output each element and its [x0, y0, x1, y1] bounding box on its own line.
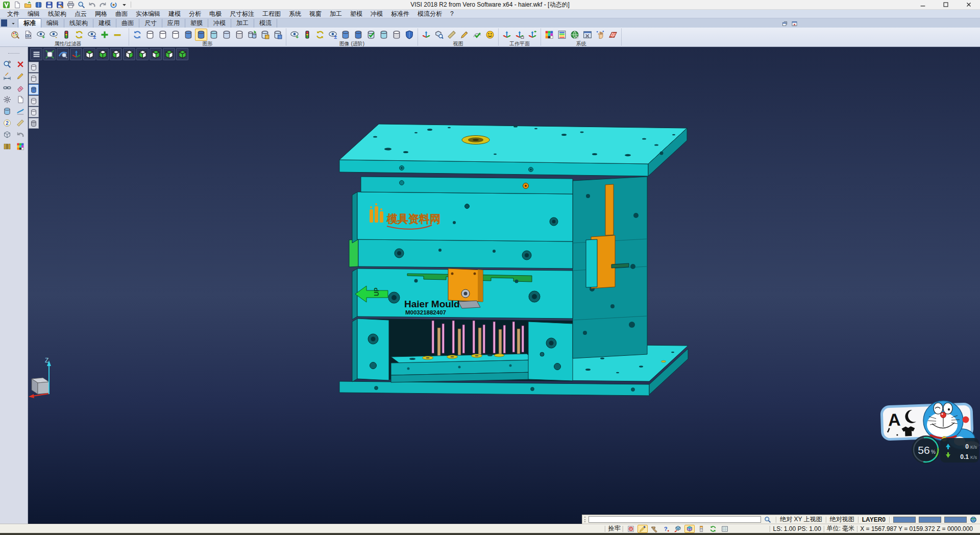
print-icon[interactable]: [66, 1, 75, 9]
layer-cyan-icon[interactable]: [208, 29, 220, 41]
view-mode-label[interactable]: 绝对视图: [830, 515, 854, 524]
toolbar-tab-标准[interactable]: 标准: [18, 18, 41, 28]
view-right-icon[interactable]: [123, 48, 135, 60]
undo-icon[interactable]: [87, 1, 96, 9]
layer-color-swatch[interactable]: [944, 517, 967, 523]
toolbar-tab-应用[interactable]: 应用: [162, 19, 185, 28]
menu-item-8[interactable]: 建模: [164, 10, 185, 18]
levels-icon[interactable]: [696, 525, 706, 533]
view-zoom-icon[interactable]: [433, 29, 445, 41]
link-icon[interactable]: [1, 82, 13, 93]
menu-item-5[interactable]: 网格: [91, 10, 111, 18]
menu-item-2[interactable]: 编辑: [23, 10, 44, 18]
menu-item-16[interactable]: 塑模: [346, 10, 366, 18]
menu-item-18[interactable]: 标准件: [387, 10, 413, 18]
edit-pencil-icon[interactable]: [14, 70, 27, 82]
layer-color-swatch[interactable]: [919, 517, 941, 523]
workplane-edit-icon[interactable]: [513, 29, 526, 41]
zoom-dynamic-icon[interactable]: [57, 48, 69, 60]
menu-item-1[interactable]: 文件: [3, 10, 23, 18]
view-left-icon[interactable]: [110, 48, 122, 60]
tab-dropdown-icon[interactable]: [9, 19, 18, 28]
workplane-axes-icon[interactable]: [501, 29, 513, 41]
zoom-extents-icon[interactable]: [43, 48, 56, 60]
workplane-swap-icon[interactable]: [526, 29, 538, 41]
solids-icon[interactable]: [1, 106, 13, 117]
app-logo-icon[interactable]: [2, 1, 11, 9]
menu-item-19[interactable]: 模流分析: [413, 10, 446, 18]
attributes-icon[interactable]: [9, 29, 21, 41]
layer-export-icon[interactable]: [272, 29, 284, 41]
hide-all-icon[interactable]: [111, 29, 124, 41]
lock-toggle[interactable]: 拴牢: [608, 524, 620, 533]
refresh-graphics-icon[interactable]: [131, 29, 143, 41]
menu-item-4[interactable]: 点云: [70, 10, 91, 18]
layer-import-icon[interactable]: [259, 29, 271, 41]
show-entities-icon[interactable]: +: [35, 29, 47, 41]
menu-item-20[interactable]: ?: [446, 10, 458, 18]
select-filter-icon[interactable]: [1, 59, 13, 70]
panel-grip[interactable]: [8, 53, 19, 55]
layer-solid-icon[interactable]: [182, 29, 194, 41]
profile-record-icon[interactable]: [626, 525, 636, 533]
search-icon[interactable]: [763, 516, 772, 524]
toolbar-tab-建模[interactable]: 建模: [93, 19, 116, 28]
layer-light-icon[interactable]: [220, 29, 233, 41]
toolbar-tab-冲模[interactable]: 冲模: [208, 19, 231, 28]
toggle-visibility-icon[interactable]: ±: [86, 29, 98, 41]
measure-tool-icon[interactable]: [14, 117, 27, 129]
adv-traffic-icon[interactable]: [301, 29, 313, 41]
system-panel-icon[interactable]: [581, 29, 594, 41]
adv-layer-check-icon[interactable]: [365, 29, 377, 41]
notes-icon[interactable]: [14, 94, 27, 105]
view-filter-6-icon[interactable]: [29, 118, 39, 129]
filter-traffic-icon[interactable]: [60, 29, 72, 41]
redo-icon[interactable]: [98, 1, 107, 9]
bar-grip[interactable]: [584, 517, 586, 522]
view-filter-4-icon[interactable]: [29, 95, 39, 106]
toolbar-tab-尺寸[interactable]: 尺寸: [139, 19, 162, 28]
snap-settings-icon[interactable]: [594, 29, 606, 41]
import-icon[interactable]: [34, 1, 43, 9]
view-front-icon[interactable]: [136, 48, 149, 60]
save-icon[interactable]: [44, 1, 54, 9]
toolbar-tab-线架构[interactable]: 线架构: [64, 19, 93, 28]
view-bottom-icon[interactable]: [96, 48, 109, 60]
menu-item-3[interactable]: 线架构: [44, 10, 70, 18]
online-globe-icon[interactable]: [969, 516, 978, 524]
surface-icon[interactable]: [14, 106, 27, 117]
view-manipulate-icon[interactable]: [420, 29, 432, 41]
save-as-icon[interactable]: [55, 1, 64, 9]
graphics-viewport[interactable]: Haier Mould M00321882407 UP 模具资料网: [28, 47, 980, 524]
erase-icon[interactable]: [14, 82, 27, 93]
grid-plane-icon[interactable]: [607, 29, 619, 41]
hide-entities-icon[interactable]: -: [47, 29, 60, 41]
delete-icon[interactable]: [14, 59, 27, 70]
adv-layer-blue2-icon[interactable]: [352, 29, 364, 41]
history-back-icon[interactable]: [14, 129, 27, 140]
show-all-icon[interactable]: [99, 29, 111, 41]
toolbar-tab-模流[interactable]: 模流: [254, 19, 277, 28]
system-settings-icon[interactable]: [569, 29, 581, 41]
menu-item-9[interactable]: 分析: [185, 10, 205, 18]
ucs-icon[interactable]: [70, 48, 82, 60]
layer-wireframe-icon[interactable]: [233, 29, 246, 41]
grid-snap-icon[interactable]: [720, 525, 730, 533]
close-button-icon[interactable]: [957, 0, 980, 10]
view-filter-3-icon[interactable]: [29, 84, 39, 95]
layer-outline-1-icon[interactable]: [144, 29, 156, 41]
layer-outline-3-icon[interactable]: [169, 29, 182, 41]
search-input[interactable]: [589, 516, 761, 523]
wireframe-icon[interactable]: [1, 129, 13, 140]
curve-check-icon[interactable]: [471, 29, 483, 41]
toolbar-tab-编辑[interactable]: 编辑: [41, 19, 64, 28]
highlight-brush-icon[interactable]: [638, 525, 648, 533]
view-top-icon[interactable]: [83, 48, 95, 60]
workplane-indicator-icon[interactable]: [684, 525, 695, 533]
auto-refresh-icon[interactable]: [708, 525, 718, 533]
view-filter-5-icon[interactable]: [29, 107, 39, 117]
toolbar-tab-加工[interactable]: 加工: [231, 19, 254, 28]
attributes-page-icon[interactable]: [22, 29, 34, 41]
view-filter-2-icon[interactable]: [29, 73, 39, 84]
minimize-button-icon[interactable]: [911, 0, 934, 10]
